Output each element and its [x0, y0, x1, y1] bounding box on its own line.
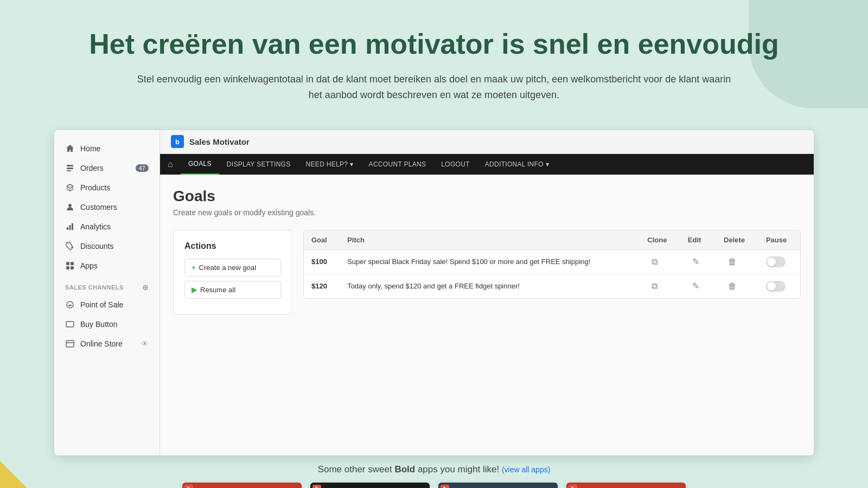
- app-card-loyalty[interactable]: b LOYALTY $29.99: [310, 483, 430, 488]
- goal-pitch-2: Today only, spend $120 and get a FREE fi…: [340, 274, 640, 298]
- nav-display-settings-label: DISPLAY SETTINGS: [227, 160, 291, 168]
- goal-amount-2: $120: [304, 274, 340, 298]
- sidebar-label-home: Home: [80, 144, 100, 153]
- nav-account-plans[interactable]: ACCOUNT PLANS: [361, 154, 434, 175]
- nav-display-settings[interactable]: DISPLAY SETTINGS: [219, 154, 298, 175]
- nav-logout[interactable]: LOGOUT: [433, 154, 477, 175]
- nav-need-help-label: NEED HELP?: [306, 160, 348, 168]
- table-row: $120 Today only, spend $120 and get a FR…: [304, 274, 800, 298]
- sweet-suffix: apps you might like!: [415, 464, 499, 474]
- clone-icon-2[interactable]: ⧉: [647, 279, 662, 293]
- orders-badge: 47: [136, 164, 149, 172]
- goal-clone-2: ⧉: [640, 274, 680, 298]
- sidebar-item-home[interactable]: Home: [54, 139, 159, 158]
- app-nav-bar: ⌂ GOALS DISPLAY SETTINGS NEED HELP? ▾ AC…: [160, 154, 814, 175]
- sidebar-label-analytics: Analytics: [80, 222, 111, 231]
- svg-rect-7: [66, 262, 69, 265]
- sweet-prefix: Some other sweet: [318, 464, 395, 474]
- main-content: b Sales Motivator ⌂ GOALS DISPLAY SETTIN…: [160, 130, 814, 455]
- nav-additional-info[interactable]: ADDITIONAL INFO ▾: [477, 154, 557, 175]
- goal-pause-2: [758, 274, 800, 298]
- goal-edit-2: ✎: [680, 274, 716, 298]
- app-title-bar: b Sales Motivator: [160, 130, 814, 154]
- two-col-layout: Actions + Create a new goal ▶ Resume all: [173, 230, 801, 314]
- app-card-product[interactable]: b PRODUCT: [566, 483, 686, 488]
- returns-badge: b: [184, 485, 193, 488]
- clone-icon-1[interactable]: ⧉: [647, 255, 662, 268]
- pause-toggle-1[interactable]: [766, 256, 786, 267]
- additional-info-chevron: ▾: [546, 160, 549, 168]
- col-clone: Clone: [640, 230, 680, 250]
- create-goal-button[interactable]: + Create a new goal: [184, 259, 281, 277]
- main-ui-wrapper: Home Orders 47 Products Customers: [54, 130, 814, 455]
- hero-subtitle: Stel eenvoudig een winkelwagentotaal in …: [136, 72, 732, 103]
- view-all-apps-link[interactable]: (view all apps): [502, 465, 550, 474]
- add-channel-icon[interactable]: ⊕: [142, 283, 149, 292]
- app-card-bold[interactable]: b BOLD: [438, 483, 558, 488]
- col-edit: Edit: [680, 230, 716, 250]
- bold-badge: b: [441, 485, 449, 488]
- pos-icon: [65, 300, 75, 310]
- nav-account-plans-label: ACCOUNT PLANS: [369, 160, 426, 168]
- discounts-icon: [65, 241, 75, 251]
- app-small-logo: b: [171, 135, 184, 148]
- nav-goals[interactable]: GOALS: [181, 154, 219, 175]
- play-icon: ▶: [192, 286, 197, 294]
- apps-icon: [65, 261, 75, 271]
- sidebar-label-products: Products: [80, 183, 110, 192]
- sidebar-item-customers[interactable]: Customers: [54, 197, 159, 217]
- resume-all-button[interactable]: ▶ Resume all: [184, 281, 281, 299]
- svg-rect-8: [71, 262, 74, 265]
- sidebar-item-online-store[interactable]: Online Store 👁: [54, 334, 159, 354]
- sidebar-item-discounts[interactable]: Discounts: [54, 236, 159, 256]
- goal-delete-2: 🗑: [716, 274, 758, 298]
- edit-icon-2[interactable]: ✎: [688, 279, 704, 293]
- delete-icon-2[interactable]: 🗑: [724, 279, 741, 293]
- delete-icon-1[interactable]: 🗑: [724, 255, 741, 268]
- nav-goals-label: GOALS: [188, 160, 212, 168]
- sidebar-label-online-store: Online Store: [80, 339, 123, 348]
- sidebar-item-buy-button[interactable]: Buy Button: [54, 314, 159, 334]
- sidebar-item-products[interactable]: Products: [54, 178, 159, 197]
- hero-title: Het creëren van een motivator is snel en…: [54, 27, 814, 61]
- nav-logout-label: LOGOUT: [441, 160, 469, 168]
- sidebar-label-orders: Orders: [80, 164, 104, 172]
- hero-section: Het creëren van een motivator is snel en…: [0, 0, 868, 119]
- pause-toggle-2[interactable]: [766, 281, 786, 292]
- svg-rect-13: [66, 341, 74, 347]
- app-name: Sales Motivator: [189, 137, 250, 146]
- goals-table-container: Goal Pitch Clone Edit Delete Pause $100: [303, 230, 801, 299]
- table-row: $100 Super special Black Friday sale! Sp…: [304, 249, 800, 274]
- sidebar-item-pos[interactable]: Point of Sale: [54, 295, 159, 314]
- svg-rect-9: [66, 266, 69, 269]
- goal-clone-1: ⧉: [640, 249, 680, 274]
- sidebar-item-orders[interactable]: Orders 47: [54, 158, 159, 178]
- svg-rect-4: [67, 227, 68, 230]
- nav-home[interactable]: ⌂: [160, 154, 181, 175]
- sidebar-item-apps[interactable]: Apps: [54, 256, 159, 275]
- need-help-chevron: ▾: [350, 160, 353, 168]
- sidebar-item-analytics[interactable]: Analytics: [54, 217, 159, 236]
- buy-button-icon: [65, 319, 75, 329]
- svg-rect-12: [66, 322, 74, 327]
- loyalty-badge: b: [312, 485, 321, 488]
- app-card-returns[interactable]: b RETURNS: [182, 483, 302, 488]
- svg-rect-0: [67, 165, 73, 166]
- online-store-visibility-icon[interactable]: 👁: [141, 339, 149, 348]
- nav-need-help[interactable]: NEED HELP? ▾: [298, 154, 361, 175]
- bold-brand: Bold: [394, 464, 415, 474]
- edit-icon-1[interactable]: ✎: [688, 255, 704, 268]
- products-icon: [65, 183, 75, 192]
- svg-rect-6: [72, 223, 73, 230]
- goal-amount-1: $100: [304, 249, 340, 274]
- actions-title: Actions: [184, 241, 281, 251]
- home-icon: [65, 144, 75, 153]
- goal-pause-1: [758, 249, 800, 274]
- goal-delete-1: 🗑: [716, 249, 758, 274]
- sidebar-label-buy-button: Buy Button: [80, 320, 118, 329]
- svg-rect-5: [69, 225, 71, 230]
- resume-all-label: Resume all: [200, 286, 235, 294]
- page-title: Goals: [173, 188, 801, 205]
- svg-point-3: [68, 204, 72, 207]
- orders-icon: [65, 163, 75, 173]
